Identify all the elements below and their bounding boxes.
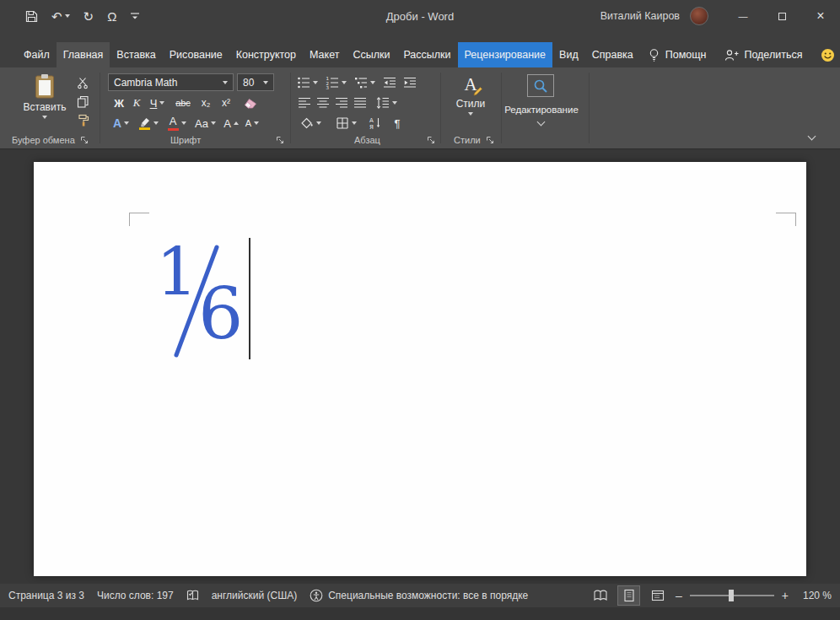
search-button[interactable] [527, 74, 554, 97]
highlight-button[interactable] [136, 114, 161, 132]
assistant-button[interactable]: Помощн [640, 42, 714, 67]
line-spacing-icon [376, 96, 390, 110]
undo-button[interactable]: ↶ [51, 10, 70, 23]
justify-button[interactable] [353, 94, 368, 112]
account-name[interactable]: Виталий Каиров [600, 10, 680, 22]
underline-button[interactable]: Ч [146, 94, 169, 112]
grow-font-button[interactable]: А [222, 114, 240, 132]
clear-formatting-button[interactable] [240, 94, 261, 112]
clipboard-dialog-launcher[interactable] [80, 136, 89, 144]
multilevel-list-icon [354, 76, 368, 89]
zoom-out-button[interactable]: – [676, 589, 682, 602]
change-case-button[interactable]: Aa [192, 114, 218, 132]
bold-button[interactable]: Ж [110, 94, 127, 112]
bold-icon: Ж [114, 97, 124, 110]
accessibility-status[interactable]: Специальные возможности: все в порядке [310, 589, 528, 602]
ribbon: Вставить Буфер обмена Cambria Math 80 Ж … [0, 67, 840, 149]
font-name-combobox[interactable]: Cambria Math [108, 73, 234, 91]
accessibility-text: Специальные возможности: все в порядке [328, 590, 528, 601]
tab-design[interactable]: Конструктор [229, 42, 303, 67]
redo-button[interactable]: ↻ [83, 10, 94, 23]
language-indicator[interactable]: английский (США) [212, 590, 297, 601]
save-button[interactable] [25, 10, 38, 23]
tab-help[interactable]: Справка [585, 42, 640, 67]
borders-button[interactable] [334, 114, 358, 132]
styles-button[interactable]: А Стили [447, 73, 494, 116]
increase-indent-button[interactable] [401, 73, 418, 92]
maximize-button[interactable] [762, 0, 801, 32]
align-right-button[interactable] [334, 94, 349, 112]
tab-file[interactable]: Файл [17, 42, 57, 67]
customize-qat-button[interactable] [130, 12, 140, 20]
editing-group-button[interactable]: Редактирование [503, 105, 580, 115]
paragraph-dialog-launcher[interactable] [427, 136, 435, 144]
fraction-denominator: 6 [198, 278, 243, 349]
tab-draw[interactable]: Рисование [163, 42, 229, 67]
tab-insert[interactable]: Вставка [110, 42, 162, 67]
align-left-button[interactable] [297, 94, 312, 112]
equation-fraction[interactable]: 1 6 [156, 245, 249, 358]
zoom-slider[interactable] [690, 595, 774, 596]
status-bar: Страница 3 из 3 Число слов: 197 английск… [0, 584, 840, 607]
italic-button[interactable]: К [129, 94, 144, 112]
sort-button[interactable]: АЯ [364, 114, 385, 132]
zoom-slider-handle[interactable] [729, 590, 734, 601]
minimize-button[interactable]: — [724, 0, 762, 32]
show-marks-button[interactable]: ¶ [390, 114, 405, 132]
web-layout-icon [651, 590, 665, 601]
zoom-level[interactable]: 120 % [796, 590, 832, 601]
highlight-pen-icon [138, 116, 151, 130]
tab-home[interactable]: Главная [57, 42, 110, 67]
symbol-button[interactable]: Ω [107, 10, 116, 23]
shading-button[interactable] [299, 114, 322, 132]
align-center-button[interactable] [315, 94, 331, 112]
minimize-icon: — [739, 11, 748, 21]
format-painter-button[interactable] [74, 111, 91, 129]
subscript-button[interactable]: x₂ [197, 94, 215, 112]
copy-button[interactable] [74, 92, 91, 111]
text-effects-button[interactable]: А [110, 114, 132, 132]
tab-view[interactable]: Вид [552, 42, 585, 67]
strikethrough-button[interactable]: abc [171, 94, 195, 112]
word-count[interactable]: Число слов: 197 [97, 590, 174, 601]
styles-dialog-launcher[interactable] [486, 136, 494, 144]
tab-references[interactable]: Ссылки [346, 42, 396, 67]
font-size-combobox[interactable]: 80 [237, 73, 274, 91]
strikethrough-icon: abc [175, 98, 191, 108]
page-indicator[interactable]: Страница 3 из 3 [8, 590, 84, 601]
collapse-ribbon-chevron[interactable] [808, 132, 816, 141]
close-button[interactable]: × [801, 0, 840, 32]
read-mode-button[interactable] [590, 586, 611, 605]
ribbon-tab-bar: Файл Главная Вставка Рисование Конструкт… [0, 32, 840, 67]
shrink-font-button[interactable]: А [243, 114, 261, 132]
decrease-indent-button[interactable] [381, 73, 398, 92]
cut-button[interactable] [74, 73, 91, 92]
paste-button[interactable]: Вставить [20, 73, 69, 119]
font-color-dropdown-arrow [181, 121, 186, 125]
font-dialog-launcher[interactable] [276, 136, 284, 144]
share-button[interactable]: Поделиться [717, 42, 810, 67]
web-layout-button[interactable] [647, 586, 668, 605]
window-title: Дроби - Word [386, 10, 454, 23]
title-bar-right: Виталий Каиров — × [600, 0, 840, 32]
align-center-icon [316, 96, 330, 110]
multilevel-list-button[interactable] [353, 73, 376, 92]
superscript-button[interactable]: x² [217, 94, 235, 112]
line-spacing-button[interactable] [374, 94, 398, 112]
margin-crop-mark-left [129, 213, 149, 226]
editing-dropdown-chevron[interactable] [537, 118, 546, 127]
proofing-status[interactable] [186, 590, 199, 601]
multilevel-list-dropdown-arrow [370, 81, 375, 84]
account-avatar[interactable] [690, 7, 708, 25]
zoom-in-button[interactable]: + [782, 589, 789, 602]
font-color-button[interactable]: А [164, 114, 189, 132]
print-layout-button[interactable] [618, 586, 639, 605]
numbered-list-button[interactable]: 123 [324, 73, 347, 92]
tab-layout[interactable]: Макет [303, 42, 346, 67]
document-page[interactable]: 1 6 [34, 162, 806, 576]
tab-review[interactable]: Рецензирование [458, 42, 553, 67]
superscript-icon: x² [222, 97, 230, 109]
tab-mailings[interactable]: Рассылки [396, 42, 457, 67]
bullet-list-button[interactable] [295, 73, 319, 92]
feedback-button[interactable] [813, 42, 840, 67]
